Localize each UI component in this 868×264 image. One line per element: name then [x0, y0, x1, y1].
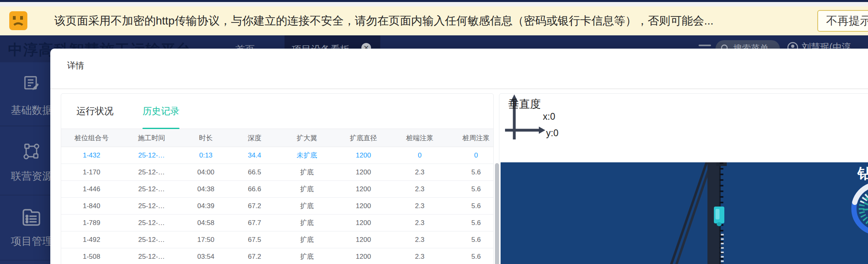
table-row[interactable]: 1-508 25-12-… 03:54 67.2 扩底 1200 2.3 5.6 — [61, 248, 493, 264]
monitor-card: 垂直度 x:0 y:0 施工阶段 施工中 持续时长 0:13:1 最大深度 34… — [499, 93, 868, 264]
col-header: 施工时间 — [122, 133, 181, 143]
edit-document-icon — [23, 74, 40, 94]
table-row[interactable]: 1-170 25-12-… 04:00 66.5 扩底 1200 2.3 5.6 — [61, 164, 493, 181]
col-header: 深度 — [231, 133, 278, 143]
rig-3d-scene[interactable] — [501, 162, 868, 264]
col-header: 桩周注浆 — [448, 133, 494, 143]
sidebar-item-label: 基础数据 — [11, 103, 50, 117]
modal-header-divider — [50, 88, 868, 89]
table-row[interactable]: 1-432 25-12-… 0:13 34.4 未扩底 1200 0 0 — [61, 147, 493, 164]
detail-modal: 详情 运行状况 历史记录 桩位组合号 施工时间 时长 深度 扩大翼 扩底直径 桩… — [50, 49, 868, 264]
table-row[interactable]: 1-446 25-12-… 04:38 66.6 扩底 1200 2.3 5.6 — [61, 181, 493, 198]
sidebar-item-basic-data[interactable]: 基础数据 — [0, 74, 50, 126]
verticality-x-value: x:0 — [543, 111, 555, 122]
sidebar-item-project-management[interactable]: 项目管理 — [0, 206, 50, 258]
folder-list-icon — [20, 206, 43, 230]
col-header: 桩端注浆 — [392, 133, 448, 143]
table-header-row: 桩位组合号 施工时间 时长 深度 扩大翼 扩底直径 桩端注浆 桩周注浆 — [61, 129, 493, 147]
history-card: 运行状况 历史记录 桩位组合号 施工时间 时长 深度 扩大翼 扩底直径 桩端注浆… — [61, 93, 494, 264]
network-nodes-icon — [23, 143, 40, 162]
table-row[interactable]: 1-492 25-12-… 17:50 67.5 扩底 1200 2.3 5.6 — [61, 231, 493, 248]
col-header: 桩位组合号 — [61, 133, 122, 143]
col-header: 时长 — [181, 133, 231, 143]
screen: 该页面采用不加密的http传输协议，与你建立的连接不安全，请勿在页面内输入任何敏… — [0, 0, 868, 264]
security-warning-text: 该页面采用不加密的http传输协议，与你建立的连接不安全，请勿在页面内输入任何敏… — [54, 6, 713, 35]
verticality-y-value: y:0 — [546, 128, 559, 139]
warning-face-icon — [9, 11, 27, 30]
modal-title: 详情 — [67, 60, 84, 71]
table-row[interactable]: 1-840 25-12-… 04:39 67.2 扩底 1200 2.3 5.6 — [61, 198, 493, 215]
sidebar: 基础数据 联营资源 — [0, 62, 50, 264]
sidebar-item-label: 联营资源 — [11, 169, 50, 183]
col-header: 扩大翼 — [278, 133, 335, 143]
sidebar-divider — [0, 195, 50, 195]
gauge-label: 钻 — [858, 164, 868, 184]
vertical-scrollbar[interactable] — [495, 163, 499, 264]
modal-tab-bar: 运行状况 历史记录 — [61, 94, 493, 129]
table-row[interactable]: 1-789 25-12-… 04:58 67.7 扩底 1200 2.3 5.6 — [61, 215, 493, 231]
security-warning-banner: 该页面采用不加密的http传输协议，与你建立的连接不安全，请勿在页面内输入任何敏… — [0, 6, 868, 36]
tab-history-records[interactable]: 历史记录 — [142, 94, 179, 129]
sidebar-item-label: 项目管理 — [11, 234, 50, 248]
sidebar-divider — [0, 260, 50, 260]
sidebar-item-joint-resources[interactable]: 联营资源 — [0, 143, 50, 191]
col-header: 扩底直径 — [335, 133, 392, 143]
verticality-label: 垂直度 — [508, 97, 541, 111]
rig-scene-graphic — [501, 162, 868, 264]
sidebar-divider — [0, 126, 50, 126]
dismiss-warning-button[interactable]: 不再提示 — [817, 10, 868, 32]
drill-speed-gauge — [854, 184, 868, 233]
tab-running-status[interactable]: 运行状况 — [76, 94, 113, 129]
